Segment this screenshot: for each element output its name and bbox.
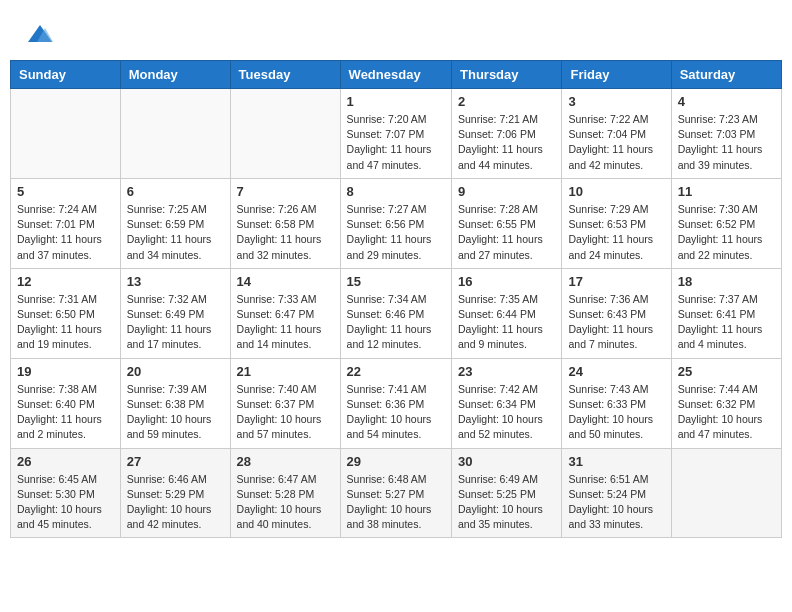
calendar-cell: 9Sunrise: 7:28 AM Sunset: 6:55 PM Daylig… <box>452 178 562 268</box>
day-info: Sunrise: 7:34 AM Sunset: 6:46 PM Dayligh… <box>347 292 445 353</box>
calendar-cell: 2Sunrise: 7:21 AM Sunset: 7:06 PM Daylig… <box>452 89 562 179</box>
weekday-header-tuesday: Tuesday <box>230 61 340 89</box>
calendar-cell: 14Sunrise: 7:33 AM Sunset: 6:47 PM Dayli… <box>230 268 340 358</box>
day-info: Sunrise: 7:38 AM Sunset: 6:40 PM Dayligh… <box>17 382 114 443</box>
calendar-cell: 25Sunrise: 7:44 AM Sunset: 6:32 PM Dayli… <box>671 358 781 448</box>
calendar-cell: 1Sunrise: 7:20 AM Sunset: 7:07 PM Daylig… <box>340 89 451 179</box>
day-info: Sunrise: 6:46 AM Sunset: 5:29 PM Dayligh… <box>127 472 224 533</box>
calendar-cell: 24Sunrise: 7:43 AM Sunset: 6:33 PM Dayli… <box>562 358 671 448</box>
calendar-cell: 13Sunrise: 7:32 AM Sunset: 6:49 PM Dayli… <box>120 268 230 358</box>
day-number: 8 <box>347 184 445 199</box>
calendar-cell <box>671 448 781 538</box>
day-number: 31 <box>568 454 664 469</box>
calendar-cell <box>11 89 121 179</box>
calendar-week-row: 1Sunrise: 7:20 AM Sunset: 7:07 PM Daylig… <box>11 89 782 179</box>
day-number: 13 <box>127 274 224 289</box>
calendar-cell: 8Sunrise: 7:27 AM Sunset: 6:56 PM Daylig… <box>340 178 451 268</box>
calendar-cell: 28Sunrise: 6:47 AM Sunset: 5:28 PM Dayli… <box>230 448 340 538</box>
calendar-cell: 29Sunrise: 6:48 AM Sunset: 5:27 PM Dayli… <box>340 448 451 538</box>
day-number: 2 <box>458 94 555 109</box>
day-number: 15 <box>347 274 445 289</box>
day-number: 26 <box>17 454 114 469</box>
calendar-cell: 7Sunrise: 7:26 AM Sunset: 6:58 PM Daylig… <box>230 178 340 268</box>
calendar-cell: 5Sunrise: 7:24 AM Sunset: 7:01 PM Daylig… <box>11 178 121 268</box>
day-number: 28 <box>237 454 334 469</box>
day-info: Sunrise: 7:26 AM Sunset: 6:58 PM Dayligh… <box>237 202 334 263</box>
day-info: Sunrise: 7:32 AM Sunset: 6:49 PM Dayligh… <box>127 292 224 353</box>
day-number: 18 <box>678 274 775 289</box>
logo <box>25 20 58 50</box>
day-info: Sunrise: 7:22 AM Sunset: 7:04 PM Dayligh… <box>568 112 664 173</box>
calendar-cell: 30Sunrise: 6:49 AM Sunset: 5:25 PM Dayli… <box>452 448 562 538</box>
day-info: Sunrise: 7:29 AM Sunset: 6:53 PM Dayligh… <box>568 202 664 263</box>
day-info: Sunrise: 7:24 AM Sunset: 7:01 PM Dayligh… <box>17 202 114 263</box>
calendar-cell: 27Sunrise: 6:46 AM Sunset: 5:29 PM Dayli… <box>120 448 230 538</box>
day-info: Sunrise: 7:42 AM Sunset: 6:34 PM Dayligh… <box>458 382 555 443</box>
day-info: Sunrise: 7:40 AM Sunset: 6:37 PM Dayligh… <box>237 382 334 443</box>
weekday-header-monday: Monday <box>120 61 230 89</box>
day-info: Sunrise: 7:35 AM Sunset: 6:44 PM Dayligh… <box>458 292 555 353</box>
day-info: Sunrise: 6:47 AM Sunset: 5:28 PM Dayligh… <box>237 472 334 533</box>
day-info: Sunrise: 7:33 AM Sunset: 6:47 PM Dayligh… <box>237 292 334 353</box>
day-number: 4 <box>678 94 775 109</box>
day-info: Sunrise: 7:23 AM Sunset: 7:03 PM Dayligh… <box>678 112 775 173</box>
calendar-cell: 23Sunrise: 7:42 AM Sunset: 6:34 PM Dayli… <box>452 358 562 448</box>
day-info: Sunrise: 6:45 AM Sunset: 5:30 PM Dayligh… <box>17 472 114 533</box>
calendar-week-row: 12Sunrise: 7:31 AM Sunset: 6:50 PM Dayli… <box>11 268 782 358</box>
calendar-cell: 16Sunrise: 7:35 AM Sunset: 6:44 PM Dayli… <box>452 268 562 358</box>
day-number: 21 <box>237 364 334 379</box>
calendar-cell: 17Sunrise: 7:36 AM Sunset: 6:43 PM Dayli… <box>562 268 671 358</box>
weekday-header-friday: Friday <box>562 61 671 89</box>
calendar-cell: 26Sunrise: 6:45 AM Sunset: 5:30 PM Dayli… <box>11 448 121 538</box>
calendar-cell: 4Sunrise: 7:23 AM Sunset: 7:03 PM Daylig… <box>671 89 781 179</box>
calendar-week-row: 19Sunrise: 7:38 AM Sunset: 6:40 PM Dayli… <box>11 358 782 448</box>
day-info: Sunrise: 7:36 AM Sunset: 6:43 PM Dayligh… <box>568 292 664 353</box>
day-number: 6 <box>127 184 224 199</box>
day-number: 7 <box>237 184 334 199</box>
day-number: 17 <box>568 274 664 289</box>
day-number: 25 <box>678 364 775 379</box>
calendar-cell: 15Sunrise: 7:34 AM Sunset: 6:46 PM Dayli… <box>340 268 451 358</box>
weekday-header-thursday: Thursday <box>452 61 562 89</box>
calendar-cell: 11Sunrise: 7:30 AM Sunset: 6:52 PM Dayli… <box>671 178 781 268</box>
calendar-week-row: 26Sunrise: 6:45 AM Sunset: 5:30 PM Dayli… <box>11 448 782 538</box>
day-number: 14 <box>237 274 334 289</box>
day-number: 3 <box>568 94 664 109</box>
day-info: Sunrise: 7:20 AM Sunset: 7:07 PM Dayligh… <box>347 112 445 173</box>
day-info: Sunrise: 7:39 AM Sunset: 6:38 PM Dayligh… <box>127 382 224 443</box>
day-number: 23 <box>458 364 555 379</box>
day-info: Sunrise: 7:44 AM Sunset: 6:32 PM Dayligh… <box>678 382 775 443</box>
weekday-header-sunday: Sunday <box>11 61 121 89</box>
calendar-cell: 3Sunrise: 7:22 AM Sunset: 7:04 PM Daylig… <box>562 89 671 179</box>
day-number: 29 <box>347 454 445 469</box>
calendar-cell: 31Sunrise: 6:51 AM Sunset: 5:24 PM Dayli… <box>562 448 671 538</box>
page-header <box>10 10 782 55</box>
day-info: Sunrise: 7:21 AM Sunset: 7:06 PM Dayligh… <box>458 112 555 173</box>
day-number: 22 <box>347 364 445 379</box>
day-number: 16 <box>458 274 555 289</box>
calendar-cell: 10Sunrise: 7:29 AM Sunset: 6:53 PM Dayli… <box>562 178 671 268</box>
day-info: Sunrise: 7:41 AM Sunset: 6:36 PM Dayligh… <box>347 382 445 443</box>
day-number: 20 <box>127 364 224 379</box>
calendar-cell: 19Sunrise: 7:38 AM Sunset: 6:40 PM Dayli… <box>11 358 121 448</box>
calendar-table: SundayMondayTuesdayWednesdayThursdayFrid… <box>10 60 782 538</box>
day-number: 19 <box>17 364 114 379</box>
day-info: Sunrise: 6:48 AM Sunset: 5:27 PM Dayligh… <box>347 472 445 533</box>
day-number: 27 <box>127 454 224 469</box>
calendar-cell: 20Sunrise: 7:39 AM Sunset: 6:38 PM Dayli… <box>120 358 230 448</box>
day-number: 30 <box>458 454 555 469</box>
calendar-cell <box>120 89 230 179</box>
day-info: Sunrise: 6:51 AM Sunset: 5:24 PM Dayligh… <box>568 472 664 533</box>
day-number: 24 <box>568 364 664 379</box>
calendar-cell: 22Sunrise: 7:41 AM Sunset: 6:36 PM Dayli… <box>340 358 451 448</box>
day-number: 12 <box>17 274 114 289</box>
day-info: Sunrise: 7:25 AM Sunset: 6:59 PM Dayligh… <box>127 202 224 263</box>
weekday-header-saturday: Saturday <box>671 61 781 89</box>
day-number: 11 <box>678 184 775 199</box>
calendar-cell: 12Sunrise: 7:31 AM Sunset: 6:50 PM Dayli… <box>11 268 121 358</box>
day-info: Sunrise: 7:31 AM Sunset: 6:50 PM Dayligh… <box>17 292 114 353</box>
day-info: Sunrise: 7:30 AM Sunset: 6:52 PM Dayligh… <box>678 202 775 263</box>
weekday-header-row: SundayMondayTuesdayWednesdayThursdayFrid… <box>11 61 782 89</box>
calendar-cell <box>230 89 340 179</box>
day-info: Sunrise: 7:28 AM Sunset: 6:55 PM Dayligh… <box>458 202 555 263</box>
